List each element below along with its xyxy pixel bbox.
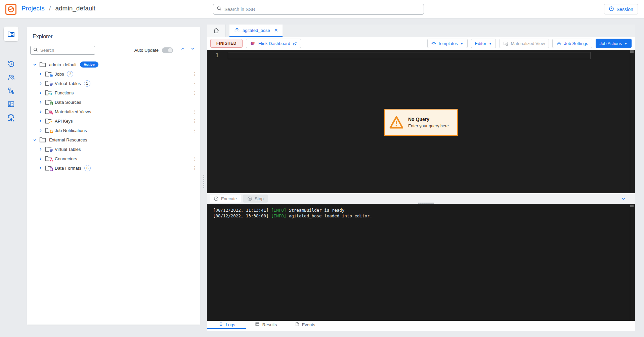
log-lines: [08/12/2022, 11:13:41] [INFO] StreamBuil…	[207, 204, 635, 219]
bottom-tab-results[interactable]: Results	[246, 321, 286, 329]
job-actions-button[interactable]: Job Actions ▼	[596, 39, 632, 48]
count-badge: 6	[84, 165, 91, 171]
tree-item-label: Data Sources	[55, 100, 81, 105]
jobs-folder-icon	[45, 71, 52, 77]
api-keys-folder-icon	[45, 118, 52, 124]
job-tab[interactable]: agitated_bose ✕	[229, 25, 283, 37]
tree-item-label: admin_default	[49, 62, 77, 67]
stop-button[interactable]: Stop	[243, 195, 268, 203]
count-badge: 1	[84, 80, 90, 87]
bottom-tab-label: Logs	[226, 322, 235, 327]
templates-button[interactable]: <> Templates ▼	[427, 39, 467, 48]
rail-flow-icon[interactable]	[4, 83, 18, 98]
tree-item-job-notifications[interactable]: Job Notifications⋮	[27, 126, 200, 135]
chevron-right-icon[interactable]	[38, 157, 43, 161]
chevron-down-icon[interactable]	[190, 47, 195, 51]
rail-users-icon[interactable]	[4, 70, 18, 85]
kebab-menu-icon[interactable]: ⋮	[190, 109, 200, 114]
tree-item-api-keys[interactable]: API Keys⋮	[27, 116, 200, 126]
editor-line-number: 1	[216, 52, 219, 58]
breadcrumb-projects-link[interactable]: Projects	[22, 5, 45, 12]
bottom-tab-events[interactable]: Events	[286, 321, 325, 329]
global-search-input[interactable]	[224, 7, 420, 12]
rail-explorer-icon[interactable]	[4, 27, 18, 41]
job-toolbar: FINISHED Flink Dashboard <> Templates ▼ …	[207, 37, 635, 50]
chevron-right-icon[interactable]	[38, 166, 43, 170]
tree-item-virtual-tables[interactable]: Virtual Tables1⋮	[27, 79, 200, 88]
external-link-icon	[293, 41, 297, 46]
tree-collapse-controls	[180, 47, 195, 51]
count-badge: 2	[67, 71, 73, 77]
execute-button[interactable]: Execute	[210, 195, 241, 203]
home-icon	[213, 28, 219, 34]
kebab-menu-icon[interactable]: ⋮	[190, 128, 200, 133]
kebab-menu-icon[interactable]: ⋮	[190, 165, 200, 171]
close-tab-icon[interactable]: ✕	[274, 28, 278, 33]
kebab-menu-icon[interactable]: ⋮	[190, 156, 200, 161]
chevron-down-icon[interactable]	[32, 63, 37, 67]
bottom-tab-label: Results	[262, 322, 277, 327]
templates-label: Templates	[438, 41, 458, 46]
log-scrollbar[interactable]	[630, 205, 634, 207]
kebab-menu-icon[interactable]: ⋮	[190, 81, 200, 86]
kebab-menu-icon[interactable]: ⋮	[190, 90, 200, 95]
editor-scrollbar[interactable]	[630, 50, 634, 193]
chevron-right-icon[interactable]	[38, 72, 43, 76]
chevron-right-icon[interactable]	[38, 129, 43, 132]
workspace: agitated_bose ✕ FINISHED Flink Dashboard…	[207, 25, 635, 331]
session-button[interactable]: Session	[604, 4, 638, 14]
connectors-folder-icon	[45, 156, 52, 162]
sql-editor[interactable]: 1 No Query Enter your query here	[207, 50, 635, 193]
tree-item-label: External Resources	[49, 137, 87, 142]
materialized-view-button[interactable]: Materialized View	[499, 39, 549, 48]
left-icon-rail	[0, 18, 22, 337]
job-actions-label: Job Actions	[600, 41, 622, 46]
tree-item-label: API Keys	[55, 119, 73, 124]
rail-cloud-cluster-icon[interactable]	[4, 110, 18, 125]
tree-item-data-sources[interactable]: Data Sources	[27, 97, 200, 107]
explorer-search-input[interactable]	[40, 48, 92, 53]
kebab-menu-icon[interactable]: ⋮	[190, 71, 200, 77]
breadcrumb: Projects / admin_default	[22, 5, 95, 12]
materialized-views-folder-icon	[45, 109, 52, 115]
tree-item-connectors[interactable]: Connectors⋮	[27, 154, 200, 163]
chevron-right-icon[interactable]	[38, 119, 43, 123]
tree-item-external-resources[interactable]: External Resources	[27, 135, 200, 144]
tree-item-materialized-views[interactable]: Materialized Views⋮	[27, 107, 200, 116]
tree-item-admin-default[interactable]: admin_defaultActive	[27, 60, 200, 69]
virtual-tables-folder-icon	[45, 80, 52, 86]
rail-grid-icon[interactable]	[4, 97, 18, 112]
log-line: [08/12/2022, 11:13:41] [INFO] StreamBuil…	[213, 207, 635, 213]
rail-history-icon[interactable]	[4, 56, 18, 71]
bottom-strip	[207, 329, 635, 331]
materialized-view-label: Materialized View	[511, 41, 545, 46]
tree-item-jobs[interactable]: Jobs2⋮	[27, 69, 200, 79]
chevron-right-icon[interactable]	[38, 91, 43, 95]
editor-button[interactable]: Editor ▼	[471, 39, 496, 48]
bottom-tab-logs[interactable]: Logs	[207, 321, 246, 329]
tree-item-label: Data Formats	[55, 166, 81, 171]
kebab-menu-icon[interactable]: ⋮	[190, 118, 200, 124]
chevron-up-icon[interactable]	[180, 47, 185, 51]
job-settings-button[interactable]: Job Settings	[552, 39, 592, 48]
ssb-logo-icon[interactable]	[5, 4, 16, 15]
auto-update-control: Auto Update	[134, 47, 173, 53]
vertical-resize-handle[interactable]	[203, 175, 204, 188]
stop-icon	[247, 196, 252, 201]
briefcase-icon	[234, 28, 240, 33]
tree-item-data-formats[interactable]: Data Formats6⋮	[27, 163, 200, 173]
chevron-down-icon[interactable]	[32, 138, 37, 142]
log-scrollbar-track	[630, 204, 630, 321]
chevron-right-icon[interactable]	[38, 110, 43, 114]
chevron-right-icon[interactable]	[38, 100, 43, 104]
tree-item-virtual-tables[interactable]: Virtual Tables	[27, 144, 200, 154]
flink-dashboard-button[interactable]: Flink Dashboard	[246, 39, 301, 48]
home-tab[interactable]	[207, 25, 226, 37]
tree-item-label: Virtual Tables	[55, 81, 81, 86]
collapse-panel-chevron-icon[interactable]	[621, 197, 626, 201]
tree-item-functions[interactable]: f()Functions⋮	[27, 88, 200, 97]
chevron-right-icon[interactable]	[38, 82, 43, 85]
session-label: Session	[616, 7, 633, 12]
auto-update-toggle[interactable]	[162, 47, 173, 53]
chevron-right-icon[interactable]	[38, 148, 43, 151]
